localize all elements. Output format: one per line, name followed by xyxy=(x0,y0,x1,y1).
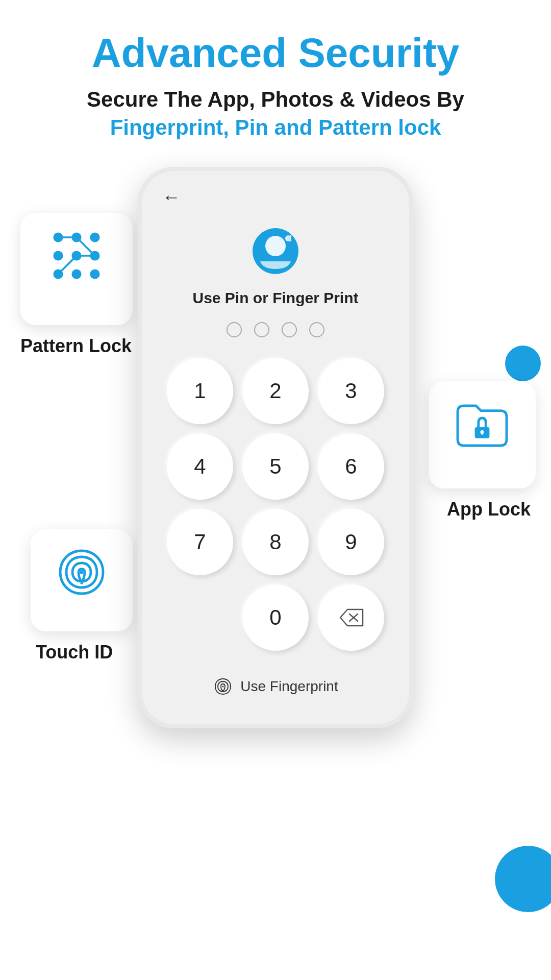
numpad: 1 2 3 4 5 6 7 8 9 0 xyxy=(152,358,399,651)
svg-point-16 xyxy=(80,571,83,574)
svg-rect-15 xyxy=(481,432,483,435)
pin-indicator xyxy=(227,322,324,337)
num-btn-3[interactable]: 3 xyxy=(318,358,384,424)
num-btn-1[interactable]: 1 xyxy=(167,358,233,424)
phone-prompt: Use Pin or Finger Print xyxy=(192,289,358,307)
num-btn-7[interactable]: 7 xyxy=(167,509,233,575)
touch-id-label: Touch ID xyxy=(36,642,113,663)
subtitle-line2: Fingerprint, Pin and Pattern lock xyxy=(110,115,441,139)
num-btn-8[interactable]: 8 xyxy=(242,509,309,575)
num-btn-6[interactable]: 6 xyxy=(318,433,384,500)
svg-point-7 xyxy=(71,270,81,279)
fingerprint-label: Use Fingerprint xyxy=(240,678,338,695)
app-lock-icon xyxy=(452,394,513,455)
svg-point-22 xyxy=(222,686,224,688)
pattern-lock-card xyxy=(20,213,133,325)
num-btn-9[interactable]: 9 xyxy=(318,509,384,575)
num-btn-4[interactable]: 4 xyxy=(167,433,233,500)
back-button[interactable]: ← xyxy=(162,186,181,208)
phone-mockup: ← Use Pin or Finger Print xyxy=(138,167,413,728)
pin-dot-4 xyxy=(309,322,324,337)
header-section: Advanced Security Secure The App, Photos… xyxy=(0,0,551,157)
page-title: Advanced Security xyxy=(31,31,520,76)
pattern-lock-label: Pattern Lock xyxy=(20,335,132,357)
delete-button[interactable] xyxy=(318,584,384,651)
phone-screen: ← Use Pin or Finger Print xyxy=(142,171,409,724)
pattern-lock-icon xyxy=(46,225,107,286)
app-lock-label: App Lock xyxy=(447,499,531,520)
page-subtitle: Secure The App, Photos & Videos By Finge… xyxy=(31,86,520,141)
main-area: Pattern Lock App Lock xyxy=(0,157,551,922)
phone-nav-header: ← xyxy=(142,171,409,213)
pin-dot-1 xyxy=(227,322,242,337)
pin-dot-2 xyxy=(254,322,269,337)
svg-point-8 xyxy=(90,270,99,279)
app-icon xyxy=(245,223,306,284)
pin-dot-3 xyxy=(282,322,297,337)
num-btn-2[interactable]: 2 xyxy=(242,358,309,424)
decorative-dot-top xyxy=(505,346,541,381)
fingerprint-button[interactable]: Use Fingerprint xyxy=(213,676,338,697)
subtitle-line1: Secure The App, Photos & Videos By xyxy=(87,87,464,111)
touch-id-icon xyxy=(51,542,112,603)
svg-point-3 xyxy=(53,251,63,261)
decorative-dot-bottom xyxy=(495,846,551,912)
num-btn-0[interactable]: 0 xyxy=(242,584,309,651)
svg-point-18 xyxy=(265,236,286,256)
svg-point-2 xyxy=(90,233,99,242)
app-lock-card xyxy=(429,381,536,488)
num-btn-5[interactable]: 5 xyxy=(242,433,309,500)
touch-id-card xyxy=(31,529,133,631)
